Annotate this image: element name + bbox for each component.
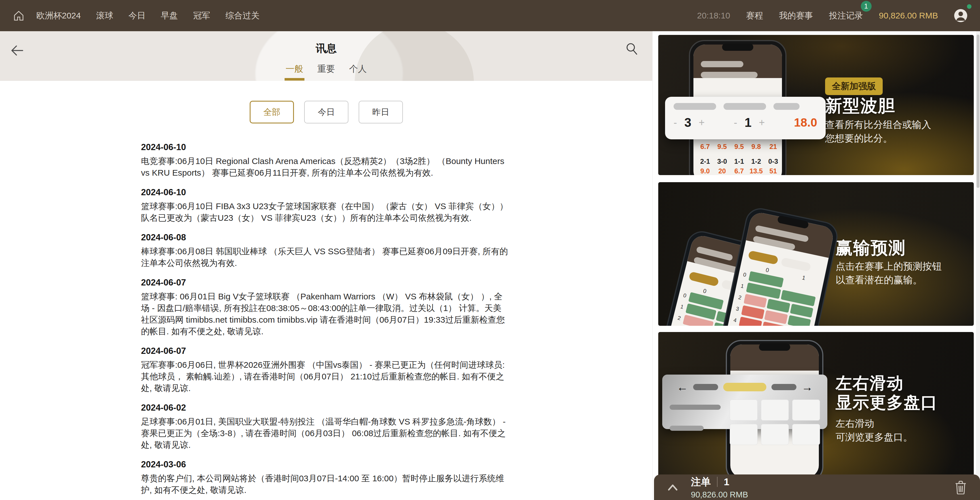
placeholder-pill xyxy=(701,72,757,78)
link-bet-records[interactable]: 投注记录 1 xyxy=(829,10,863,22)
phone-notch xyxy=(722,43,753,51)
odds-value: 18.0 xyxy=(794,116,817,129)
betslip-info: 注单 1 90,826.00 RMB xyxy=(691,475,748,500)
arrow-right-icon: → xyxy=(802,381,813,393)
placeholder-pill xyxy=(674,103,716,110)
news-text: 电竞赛事:06月10日 Regional Clash Arena America… xyxy=(141,155,509,178)
odds-cells-grid xyxy=(730,400,820,445)
tab-general[interactable]: 一般 xyxy=(285,63,304,75)
placeholder-pill xyxy=(670,404,721,410)
arrow-left-icon: ← xyxy=(677,381,688,393)
nav-today[interactable]: 今日 xyxy=(129,10,146,22)
market-pill xyxy=(693,384,718,390)
page-title: 讯息 xyxy=(0,41,652,56)
promo-banner-win-loss-forecast[interactable]: 0 0 1 2 3 4 5 xyxy=(658,182,974,326)
news-date: 2024-06-02 xyxy=(141,403,509,412)
divider xyxy=(717,477,718,487)
promo-banner-new-score-betting[interactable]: 1-0 2-0 0-0 0-1 0-2 6.7 9.5 9.5 9.8 21 xyxy=(658,35,974,175)
filter-all[interactable]: 全部 xyxy=(250,101,294,123)
swipe-demo-card: ← → xyxy=(662,374,827,429)
news-item: 2024-03-06 尊贵的客户们, 本公司网站将於（香港时间03月07日-14… xyxy=(141,460,509,496)
date-filters: 全部 今日 昨日 xyxy=(0,101,652,123)
online-status-dot xyxy=(967,4,972,9)
promo-badge: 全新加强版 xyxy=(825,78,883,95)
message-tabs: 一般 重要 个人 xyxy=(0,63,652,75)
active-market-pill xyxy=(723,383,766,391)
bet-records-badge: 1 xyxy=(861,1,872,12)
odds-cell: 6.7 xyxy=(732,167,746,175)
odds-cell: 9.5 xyxy=(715,143,729,151)
topbar-right: 20:18:10 赛程 我的赛事 投注记录 1 90,826.00 RMB xyxy=(697,9,967,22)
news-text: 冠军赛事:06月06日, 世界杯2026亚洲外围赛 （中国vs泰国） - 赛果已… xyxy=(141,359,509,394)
promo-title: 左右滑动 显示更多盘口 xyxy=(835,373,938,412)
nav-outright[interactable]: 冠军 xyxy=(193,10,210,22)
news-item: 2024-06-07 冠军赛事:06月06日, 世界杯2026亚洲外围赛 （中国… xyxy=(141,347,509,394)
odds-cell: 6.7 xyxy=(698,143,712,151)
odds-cell: 9.8 xyxy=(749,143,763,151)
link-schedule[interactable]: 赛程 xyxy=(746,10,763,22)
score-cell: 3-0 xyxy=(715,158,729,166)
promo-subtitle: 查看所有比分组合或输入 您想要的比分。 xyxy=(825,118,931,145)
score-cell: 1-1 xyxy=(732,158,746,166)
odds-cell: 51 xyxy=(766,167,780,175)
account-balance[interactable]: 90,826.00 RMB xyxy=(879,11,938,21)
tab-important[interactable]: 重要 xyxy=(317,63,336,75)
chevron-up-icon[interactable] xyxy=(667,483,678,492)
news-date: 2024-06-07 xyxy=(141,278,509,287)
score-odds-grid: 1-0 2-0 0-0 0-1 0-2 6.7 9.5 9.5 9.8 21 xyxy=(698,133,780,175)
market-pill xyxy=(772,384,796,390)
nav-live[interactable]: 滚球 xyxy=(96,10,113,22)
scrollbar-thumb[interactable] xyxy=(977,35,980,188)
odds-cell: 21 xyxy=(766,143,780,151)
odds-cell: 13.5 xyxy=(749,167,763,175)
top-navigation-bar: 欧洲杯2024 滚球 今日 早盘 冠军 综合过关 20:18:10 赛程 我的赛… xyxy=(0,0,980,31)
link-my-events[interactable]: 我的赛事 xyxy=(779,10,813,22)
promo-subtitle: 左右滑动 可浏览更多盘口。 xyxy=(835,417,913,444)
news-item: 2024-06-10 电竞赛事:06月10日 Regional Clash Ar… xyxy=(141,143,509,178)
user-avatar[interactable] xyxy=(954,9,967,22)
news-item: 2024-06-07 篮球赛事: 06月01日 Big V女子篮球联赛 （Pak… xyxy=(141,278,509,337)
phone-screen: 0 1 0 1 2 3 4 5 xyxy=(720,211,835,326)
home-icon[interactable] xyxy=(13,10,25,22)
news-date: 2024-06-10 xyxy=(141,188,509,197)
promo-subtitle: 点击在赛事上的预测按钮 以查看潜在的赢输。 xyxy=(835,260,942,287)
clock: 20:18:10 xyxy=(697,11,730,21)
betslip-count: 1 xyxy=(724,476,729,487)
score-stepper-card: - 3 + - 1 + 18.0 xyxy=(665,97,826,139)
scrollbar-track[interactable] xyxy=(976,31,980,500)
placeholder-pill xyxy=(670,426,704,431)
nav-parlay[interactable]: 综合过关 xyxy=(226,10,259,22)
minus-icon: - xyxy=(674,117,677,129)
placeholder-pill xyxy=(724,103,766,110)
betslip-amount: 90,826.00 RMB xyxy=(691,490,748,500)
news-text: 尊贵的客户们, 本公司网站将於（香港时间03月07日-14:00 至 16:00… xyxy=(141,473,509,496)
tab-personal[interactable]: 个人 xyxy=(349,63,368,75)
phone-notch xyxy=(759,343,790,351)
plus-icon: + xyxy=(759,117,765,129)
filter-yesterday[interactable]: 昨日 xyxy=(359,101,403,123)
news-date: 2024-06-08 xyxy=(141,233,509,242)
plus-icon: + xyxy=(698,117,705,129)
promo-title: 赢输预测 xyxy=(835,237,906,260)
nav-eurocup-2024[interactable]: 欧洲杯2024 xyxy=(36,10,81,22)
news-text: 篮球赛事: 06月01日 Big V女子篮球联赛 （Pakenham Warri… xyxy=(141,291,509,337)
search-icon[interactable] xyxy=(624,41,640,57)
promo-sidebar: 1-0 2-0 0-0 0-1 0-2 6.7 9.5 9.5 9.8 21 xyxy=(653,31,980,500)
placeholder-pill xyxy=(701,61,743,67)
messages-panel: 讯息 一般 重要 个人 全部 今日 昨日 2024-06-10 电竞赛事:06月… xyxy=(0,31,652,500)
trash-icon[interactable] xyxy=(955,480,967,494)
placeholder-pill xyxy=(773,103,800,110)
nav-early[interactable]: 早盘 xyxy=(161,10,178,22)
promo-title: 新型波胆 xyxy=(825,94,896,118)
score-cell: 2-1 xyxy=(698,158,712,166)
news-date: 2024-06-10 xyxy=(141,143,509,152)
betslip-bar[interactable]: 注单 1 90,826.00 RMB xyxy=(654,475,980,500)
score-cell: 0-3 xyxy=(766,158,780,166)
filter-today[interactable]: 今日 xyxy=(304,101,348,123)
odds-cell: 9.0 xyxy=(698,167,712,175)
news-item: 2024-06-08 棒球赛事:06月08日 韩国职业棒球 （乐天巨人 VS S… xyxy=(141,233,509,269)
score-cell: 1-2 xyxy=(749,158,763,166)
promo-banner-swipe-more-markets[interactable]: ← → 左右滑动 显示更多盘口 左右滑动 xyxy=(658,332,974,477)
messages-header: 讯息 一般 重要 个人 xyxy=(0,31,652,81)
minus-icon: - xyxy=(734,117,737,129)
